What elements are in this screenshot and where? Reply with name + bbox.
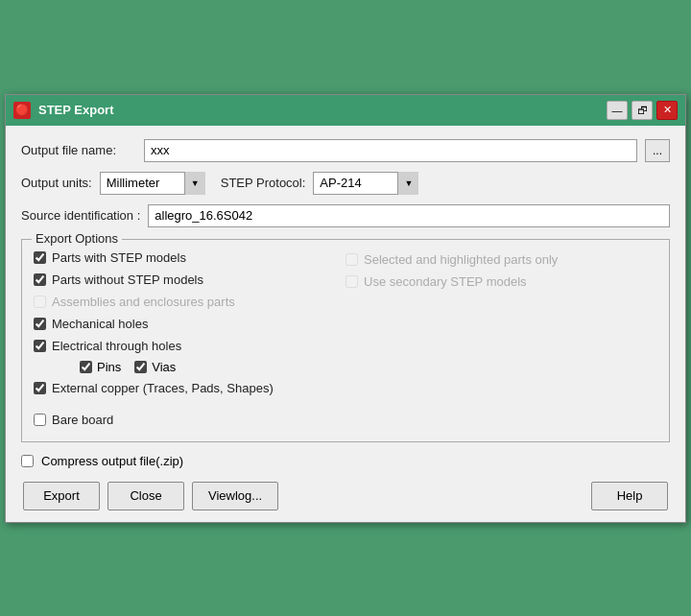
bare-board-label[interactable]: Bare board xyxy=(52,413,113,427)
vias-label[interactable]: Vias xyxy=(152,360,176,374)
selected-highlighted-label: Selected and highlighted parts only xyxy=(364,252,558,267)
close-button[interactable]: ✕ xyxy=(656,101,678,120)
assemblies-row: Assemblies and enclosures parts xyxy=(34,292,346,312)
parts-with-step-row: Parts with STEP models xyxy=(34,248,346,268)
parts-with-step-label[interactable]: Parts with STEP models xyxy=(52,250,186,265)
pins-label[interactable]: Pins xyxy=(97,360,121,374)
units-left: Output units: Millimeter Inch ▼ xyxy=(21,172,205,195)
units-select-wrapper: Millimeter Inch ▼ xyxy=(100,172,205,195)
output-units-label: Output units: xyxy=(21,176,92,190)
parts-without-step-checkbox[interactable] xyxy=(34,273,46,286)
spacer1 xyxy=(34,400,346,408)
window-title: STEP Export xyxy=(38,103,114,117)
selected-highlighted-row: Selected and highlighted parts only xyxy=(346,249,657,270)
browse-button[interactable]: ... xyxy=(645,139,670,162)
options-left-column: Parts with STEP models Parts without STE… xyxy=(34,248,346,430)
mechanical-holes-row: Mechanical holes xyxy=(34,314,346,334)
output-file-input[interactable] xyxy=(144,139,637,162)
bare-board-row: Bare board xyxy=(34,410,346,430)
secondary-step-checkbox[interactable] xyxy=(346,275,358,288)
pins-vias-row: Pins Vias xyxy=(34,358,346,376)
titlebar: 🔴 STEP Export — 🗗 ✕ xyxy=(6,95,685,126)
parts-without-step-label[interactable]: Parts without STEP models xyxy=(52,272,203,287)
button-row: Export Close Viewlog... Help xyxy=(21,482,670,510)
step-protocol-label: STEP Protocol: xyxy=(221,176,306,190)
options-right-column: Selected and highlighted parts only Use … xyxy=(346,248,657,430)
options-grid: Parts with STEP models Parts without STE… xyxy=(34,248,657,430)
compress-label[interactable]: Compress output file(.zip) xyxy=(41,454,183,468)
output-file-row: Output file name: ... xyxy=(21,139,670,162)
content-area: Output file name: ... Output units: Mill… xyxy=(6,126,685,522)
vias-checkbox[interactable] xyxy=(134,361,147,373)
compress-row: Compress output file(.zip) xyxy=(21,454,670,468)
external-copper-row: External copper (Traces, Pads, Shapes) xyxy=(34,378,346,398)
close-dialog-button[interactable]: Close xyxy=(107,482,184,510)
export-options-title: Export Options xyxy=(32,231,122,246)
restore-button[interactable]: 🗗 xyxy=(631,101,653,120)
external-copper-label[interactable]: External copper (Traces, Pads, Shapes) xyxy=(52,381,274,395)
protocol-select[interactable]: AP-214 AP-203 xyxy=(313,172,418,195)
parts-without-step-row: Parts without STEP models xyxy=(34,270,346,290)
mechanical-holes-label[interactable]: Mechanical holes xyxy=(52,317,148,331)
pins-checkbox[interactable] xyxy=(80,361,92,373)
export-options-group: Export Options Parts with STEP models Pa… xyxy=(21,239,670,442)
external-copper-checkbox[interactable] xyxy=(34,382,46,394)
parts-with-step-checkbox[interactable] xyxy=(34,251,46,264)
source-id-input[interactable] xyxy=(148,204,670,227)
export-button[interactable]: Export xyxy=(23,482,100,510)
bare-board-checkbox[interactable] xyxy=(34,414,46,426)
protocol-select-wrapper: AP-214 AP-203 ▼ xyxy=(313,172,418,195)
electrical-holes-label[interactable]: Electrical through holes xyxy=(52,339,181,353)
output-file-label: Output file name: xyxy=(21,143,136,157)
electrical-holes-row: Electrical through holes xyxy=(34,336,346,356)
titlebar-left: 🔴 STEP Export xyxy=(13,102,114,119)
source-id-row: Source identification : xyxy=(21,204,670,227)
titlebar-controls: — 🗗 ✕ xyxy=(607,101,678,120)
source-id-label: Source identification : xyxy=(21,208,140,223)
vias-item: Vias xyxy=(134,360,176,374)
assemblies-label: Assemblies and enclosures parts xyxy=(52,295,235,309)
app-icon: 🔴 xyxy=(13,102,31,119)
secondary-step-label: Use secondary STEP models xyxy=(364,274,527,289)
step-export-window: 🔴 STEP Export — 🗗 ✕ Output file name: ..… xyxy=(5,94,686,523)
compress-checkbox[interactable] xyxy=(21,455,34,467)
electrical-holes-checkbox[interactable] xyxy=(34,340,46,352)
units-select[interactable]: Millimeter Inch xyxy=(100,172,205,195)
protocol-right: STEP Protocol: AP-214 AP-203 ▼ xyxy=(221,172,419,195)
selected-highlighted-checkbox[interactable] xyxy=(346,253,358,266)
minimize-button[interactable]: — xyxy=(607,101,628,120)
pins-item: Pins xyxy=(80,360,121,374)
viewlog-button[interactable]: Viewlog... xyxy=(192,482,278,510)
help-button[interactable]: Help xyxy=(591,482,668,510)
assemblies-checkbox[interactable] xyxy=(34,296,46,308)
secondary-step-row: Use secondary STEP models xyxy=(346,272,657,292)
units-protocol-row: Output units: Millimeter Inch ▼ STEP Pro… xyxy=(21,172,670,195)
mechanical-holes-checkbox[interactable] xyxy=(34,318,46,330)
